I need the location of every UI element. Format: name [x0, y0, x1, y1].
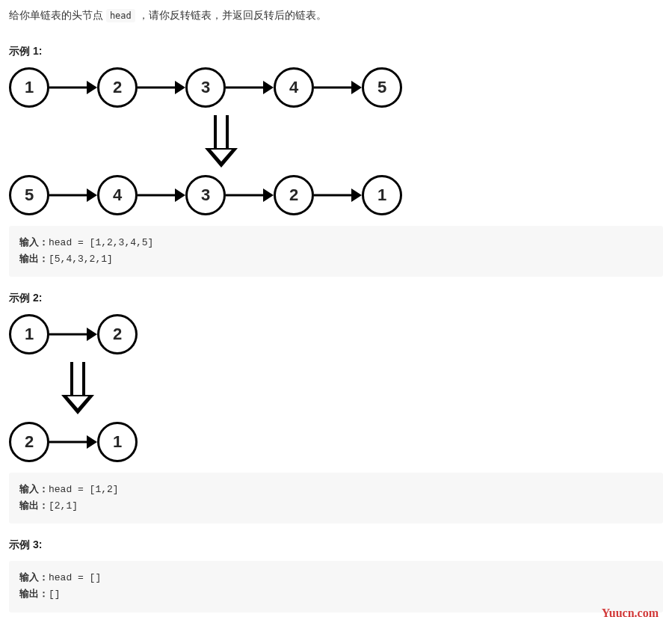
transform-arrow [9, 115, 663, 168]
example-output: 输出：[] [19, 586, 653, 603]
list-node: 4 [274, 67, 314, 108]
example-input: 输入：head = [] [19, 570, 653, 586]
problem-description: 给你单链表的头节点 head ，请你反转链表，并返回反转后的链表。 [9, 9, 663, 22]
desc-prefix: 给你单链表的头节点 [9, 9, 106, 21]
arrow-right-icon [49, 188, 97, 202]
example-diagram: 1234554321 [9, 67, 663, 215]
arrow-right-icon [49, 328, 97, 341]
watermark: Yuucn.com [602, 607, 659, 617]
desc-code: head [106, 9, 135, 22]
transform-arrow [9, 362, 663, 414]
list-node: 1 [9, 67, 49, 108]
example-io: 输入：head = []输出：[] [9, 561, 663, 612]
list-node: 2 [97, 67, 138, 108]
example-title: 示例 1: [9, 45, 663, 58]
linked-list: 21 [9, 422, 663, 462]
list-node: 3 [185, 175, 226, 215]
list-node: 1 [9, 314, 49, 354]
example-title: 示例 2: [9, 292, 663, 305]
list-node: 5 [9, 175, 49, 215]
arrow-right-icon [226, 81, 274, 94]
example-title: 示例 3: [9, 538, 663, 552]
arrow-down-icon [205, 115, 238, 168]
linked-list: 12 [9, 314, 663, 354]
list-node: 4 [97, 175, 138, 215]
arrow-right-icon [314, 188, 362, 202]
example-io: 输入：head = [1,2]输出：[2,1] [9, 473, 663, 524]
arrow-right-icon [49, 435, 97, 449]
list-node: 1 [362, 175, 402, 215]
example-io: 输入：head = [1,2,3,4,5]输出：[5,4,3,2,1] [9, 226, 663, 277]
arrow-right-icon [138, 81, 185, 94]
list-node: 2 [97, 314, 138, 354]
example-input: 输入：head = [1,2,3,4,5] [19, 235, 653, 251]
list-node: 1 [97, 422, 138, 462]
list-node: 3 [185, 67, 226, 108]
arrow-right-icon [226, 188, 274, 202]
list-node: 5 [362, 67, 402, 108]
arrow-right-icon [49, 81, 97, 94]
list-node: 2 [274, 175, 314, 215]
example-output: 输出：[5,4,3,2,1] [19, 251, 653, 268]
arrow-right-icon [314, 81, 362, 94]
arrow-right-icon [138, 188, 185, 202]
list-node: 2 [9, 422, 49, 462]
linked-list: 54321 [9, 175, 663, 215]
desc-suffix: ，请你反转链表，并返回反转后的链表。 [135, 9, 327, 21]
example-diagram: 1221 [9, 314, 663, 462]
linked-list: 12345 [9, 67, 663, 108]
example-output: 输出：[2,1] [19, 498, 653, 515]
example-input: 输入：head = [1,2] [19, 482, 653, 498]
arrow-down-icon [61, 362, 94, 414]
